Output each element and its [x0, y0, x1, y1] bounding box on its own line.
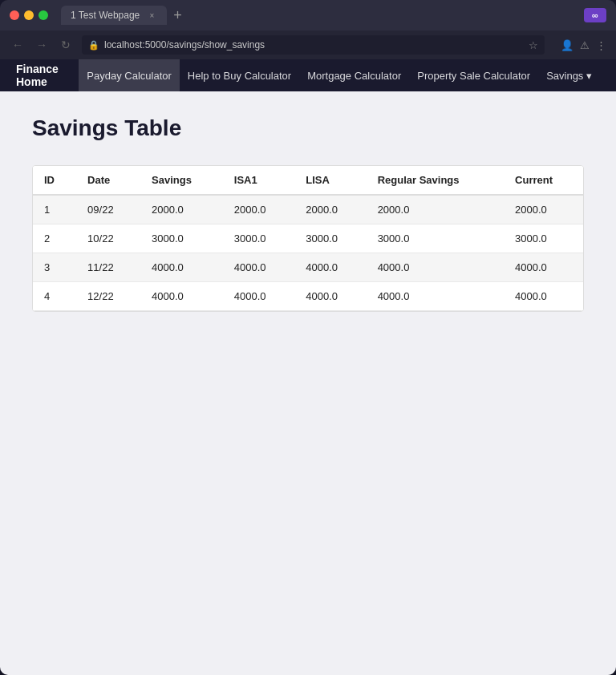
cell-2-0: 3 — [33, 253, 76, 282]
nav-brand[interactable]: Finance Home — [16, 63, 72, 88]
close-button[interactable] — [10, 10, 19, 20]
traffic-lights — [10, 10, 48, 20]
cell-3-0: 4 — [33, 282, 76, 311]
address-right-icons: ☆ — [529, 39, 538, 51]
address-input[interactable]: 🔒 localhost:5000/savings/show_savings ☆ — [82, 35, 545, 55]
col-header-current: Current — [504, 166, 583, 195]
table-row: 412/224000.04000.04000.04000.04000.0 — [33, 282, 583, 311]
page-title: Savings Table — [32, 115, 584, 141]
col-header-savings: Savings — [140, 166, 223, 195]
cell-2-3: 4000.0 — [223, 253, 294, 282]
table-row: 311/224000.04000.04000.04000.04000.0 — [33, 253, 583, 282]
savings-table: ID Date Savings ISA1 LISA Regular Saving… — [33, 166, 583, 311]
navbar: Finance Home Payday Calculator Help to B… — [0, 59, 616, 91]
cell-3-3: 4000.0 — [223, 282, 294, 311]
browser-window: 1 Test Webpage × + ∞ ← → ↻ 🔒 localhost:5… — [0, 0, 616, 675]
cell-2-1: 11/22 — [76, 253, 140, 282]
address-bar: ← → ↻ 🔒 localhost:5000/savings/show_savi… — [0, 30, 616, 59]
browser-logo: ∞ — [584, 8, 606, 22]
menu-icon[interactable]: ⋮ — [596, 39, 606, 51]
cell-2-5: 4000.0 — [367, 253, 504, 282]
cell-0-3: 2000.0 — [223, 195, 294, 224]
forward-button[interactable]: → — [34, 38, 50, 51]
maximize-button[interactable] — [38, 10, 48, 20]
cell-0-4: 2000.0 — [294, 195, 366, 224]
nav-link-helptobuy[interactable]: Help to Buy Calculator — [180, 59, 299, 91]
cell-2-6: 4000.0 — [504, 253, 583, 282]
cell-3-5: 4000.0 — [367, 282, 504, 311]
bookmark-icon[interactable]: ☆ — [529, 39, 538, 51]
cell-3-1: 12/22 — [76, 282, 140, 311]
cell-3-2: 4000.0 — [140, 282, 223, 311]
table-row: 109/222000.02000.02000.02000.02000.0 — [33, 195, 583, 224]
nav-link-payday[interactable]: Payday Calculator — [79, 59, 180, 91]
cell-0-5: 2000.0 — [367, 195, 504, 224]
browser-titlebar: 1 Test Webpage × + ∞ — [0, 0, 616, 30]
back-button[interactable]: ← — [10, 38, 26, 51]
tab-title: 1 Test Webpage — [71, 10, 140, 21]
cell-0-2: 2000.0 — [140, 195, 223, 224]
cell-3-6: 4000.0 — [504, 282, 583, 311]
savings-table-wrapper: ID Date Savings ISA1 LISA Regular Saving… — [32, 165, 584, 312]
tab-close-button[interactable]: × — [146, 10, 157, 21]
minimize-button[interactable] — [24, 10, 34, 20]
main-content: Savings Table ID Date Savings ISA1 LISA … — [0, 91, 616, 675]
cell-0-0: 1 — [33, 195, 76, 224]
col-header-isa1: ISA1 — [223, 166, 294, 195]
profile-icon[interactable]: 👤 — [561, 39, 573, 51]
nav-link-savings[interactable]: Savings ▾ — [538, 59, 600, 91]
cell-1-3: 3000.0 — [223, 224, 294, 253]
page-content: Finance Home Payday Calculator Help to B… — [0, 59, 616, 675]
url-text: localhost:5000/savings/show_savings — [104, 39, 265, 51]
cell-1-0: 2 — [33, 224, 76, 253]
cell-3-4: 4000.0 — [294, 282, 366, 311]
cell-1-1: 10/22 — [76, 224, 140, 253]
col-header-lisa: LISA — [294, 166, 366, 195]
table-header-row: ID Date Savings ISA1 LISA Regular Saving… — [33, 166, 583, 195]
col-header-id: ID — [33, 166, 76, 195]
alert-icon[interactable]: ⚠ — [580, 39, 590, 51]
cell-1-5: 3000.0 — [367, 224, 504, 253]
browser-tab[interactable]: 1 Test Webpage × — [61, 6, 167, 25]
cell-0-6: 2000.0 — [504, 195, 583, 224]
col-header-date: Date — [76, 166, 140, 195]
cell-1-6: 3000.0 — [504, 224, 583, 253]
cell-1-4: 3000.0 — [294, 224, 366, 253]
cell-1-2: 3000.0 — [140, 224, 223, 253]
cell-0-1: 09/22 — [76, 195, 140, 224]
refresh-button[interactable]: ↻ — [58, 38, 74, 51]
nav-link-propertysale[interactable]: Property Sale Calculator — [409, 59, 538, 91]
new-tab-button[interactable]: + — [167, 7, 188, 24]
col-header-regular-savings: Regular Savings — [367, 166, 504, 195]
cell-2-4: 4000.0 — [294, 253, 366, 282]
lock-icon: 🔒 — [88, 40, 99, 51]
nav-link-mortgage[interactable]: Mortgage Calculator — [299, 59, 409, 91]
table-row: 210/223000.03000.03000.03000.03000.0 — [33, 224, 583, 253]
cell-2-2: 4000.0 — [140, 253, 223, 282]
browser-right-controls: 👤 ⚠ ⋮ — [561, 39, 606, 51]
tab-bar: 1 Test Webpage × + — [61, 6, 578, 25]
